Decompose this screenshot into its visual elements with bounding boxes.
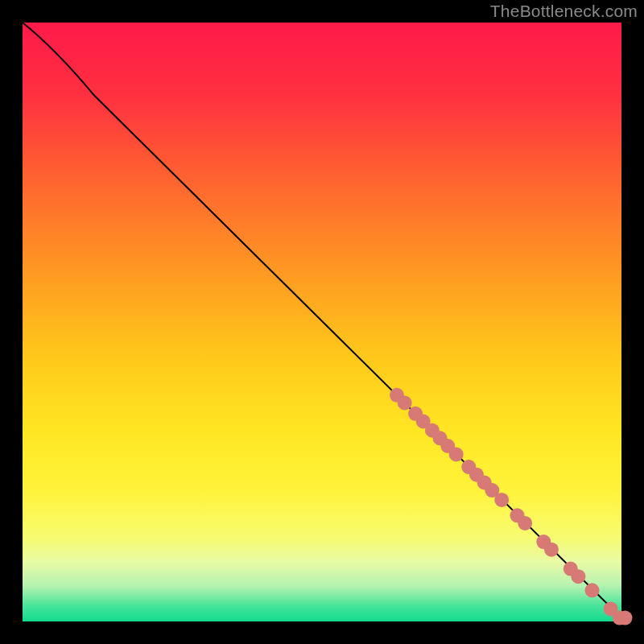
- sample-point: [544, 543, 559, 557]
- sample-point: [518, 516, 532, 530]
- sample-point: [617, 611, 632, 625]
- sample-point: [494, 493, 509, 507]
- chart-svg: [0, 0, 644, 644]
- sample-point: [398, 395, 412, 410]
- credit-text: TheBottleneck.com: [490, 2, 638, 21]
- sample-point: [571, 569, 585, 584]
- sample-point: [585, 583, 600, 597]
- chart-stage: TheBottleneck.com: [0, 0, 644, 644]
- sample-point: [449, 447, 464, 461]
